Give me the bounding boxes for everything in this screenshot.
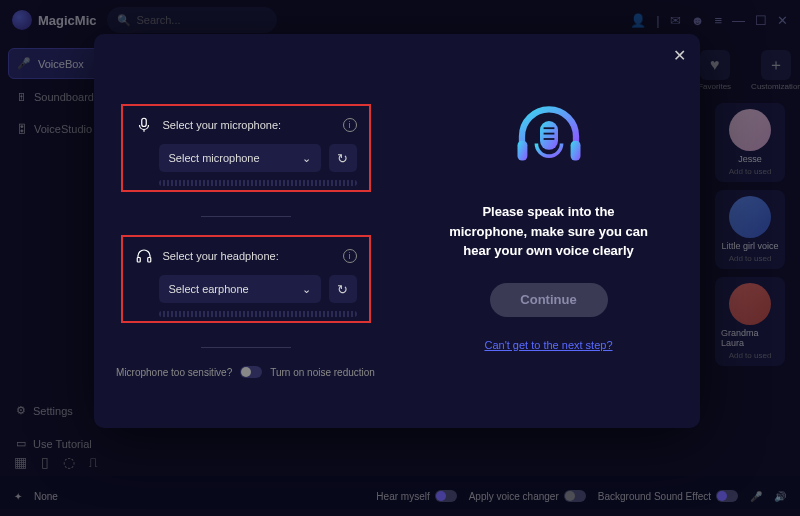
divider: | [656, 13, 659, 28]
noise-toggle-label: Turn on noise reduction [270, 367, 375, 378]
mic-icon [135, 116, 153, 134]
microphone-select[interactable]: Select microphone ⌄ [159, 144, 321, 172]
close-window-icon[interactable]: ✕ [777, 13, 788, 28]
chat-icon[interactable]: ◌ [63, 454, 75, 470]
soundboard-icon: 🎚 [16, 91, 27, 103]
info-icon[interactable]: i [343, 118, 357, 132]
avatar [729, 109, 771, 151]
sidebar-item-voicestudio[interactable]: 🎛 VoiceStudio [8, 115, 102, 143]
sidebar-item-label: Settings [33, 405, 73, 417]
mic-icon: 🎤 [17, 57, 31, 70]
right-rail: ♥ Favorites ＋ Customization Jesse Add to… [710, 50, 790, 460]
chevron-down-icon: ⌄ [302, 283, 311, 296]
bottom-bar: ✦ None Hear myself Apply voice changer B… [0, 476, 800, 516]
info-icon[interactable]: i [343, 249, 357, 263]
phone-icon[interactable]: ▯ [41, 454, 49, 470]
svg-rect-3 [517, 141, 527, 161]
mail-icon[interactable]: ✉ [670, 13, 681, 28]
apply-changer-toggle[interactable]: Apply voice changer [469, 490, 586, 502]
switch-icon [564, 490, 586, 502]
hp-level-meter [159, 311, 357, 317]
customization-label: Customization [751, 82, 800, 91]
mic-headset-illustration [504, 94, 594, 184]
sidebar-item-voicebox[interactable]: 🎤 VoiceBox [8, 48, 102, 79]
star-icon[interactable]: ✦ [14, 491, 22, 502]
lower-icon-row: ▦ ▯ ◌ ⎍ [14, 454, 97, 470]
setup-modal: ✕ Select your microphone: i Select micro… [94, 34, 700, 428]
speaker-icon[interactable]: 🔊 [774, 491, 786, 502]
voice-card[interactable]: Little girl voice Add to used [715, 190, 785, 269]
app-name: MagicMic [38, 13, 97, 28]
toggle-label: Apply voice changer [469, 491, 559, 502]
customization-button[interactable]: ＋ [761, 50, 791, 80]
hear-myself-toggle[interactable]: Hear myself [376, 490, 456, 502]
search-icon: 🔍 [117, 14, 131, 27]
voice-card[interactable]: Jesse Add to used [715, 103, 785, 182]
noise-switch[interactable] [240, 366, 262, 378]
mic-level-meter [159, 180, 357, 186]
sidebar-item-settings[interactable]: ⚙ Settings [8, 396, 102, 425]
search-placeholder: Search... [137, 14, 181, 26]
chevron-down-icon: ⌄ [302, 152, 311, 165]
sidebar-item-soundboard[interactable]: 🎚 Soundboard [8, 83, 102, 111]
close-button[interactable]: ✕ [673, 46, 686, 65]
select-value: Select earphone [169, 283, 249, 295]
svg-rect-0 [141, 118, 146, 126]
svg-rect-1 [137, 258, 140, 263]
logo-icon [12, 10, 32, 30]
minimize-icon[interactable]: — [732, 13, 745, 28]
headphone-select[interactable]: Select earphone ⌄ [159, 275, 321, 303]
voice-add: Add to used [729, 167, 772, 176]
switch-icon [716, 490, 738, 502]
maximize-icon[interactable]: ☐ [755, 13, 767, 28]
sidebar-item-label: Use Tutorial [33, 438, 92, 450]
menu-icon[interactable]: ≡ [714, 13, 722, 28]
user-icon[interactable]: 👤 [630, 13, 646, 28]
voice-add: Add to used [729, 254, 772, 263]
app-logo: MagicMic [12, 10, 97, 30]
noise-reduction-row: Microphone too sensitive? Turn on noise … [116, 366, 375, 378]
tutorial-icon: ▭ [16, 437, 26, 450]
avatar [729, 196, 771, 238]
top-right-icons: 👤 | ✉ ☻ ≡ — ☐ ✕ [630, 13, 788, 28]
refresh-hp-button[interactable]: ↻ [329, 275, 357, 303]
help-link[interactable]: Can't get to the next step? [484, 339, 612, 351]
voice-card[interactable]: Grandma Laura Add to used [715, 277, 785, 366]
favorites-button[interactable]: ♥ [700, 50, 730, 80]
preset-name: None [34, 491, 58, 502]
divider [201, 216, 291, 217]
headphone-section: Select your headphone: i Select earphone… [121, 235, 371, 323]
mic-label: Select your microphone: [163, 119, 282, 131]
toggle-label: Background Sound Effect [598, 491, 711, 502]
search-input[interactable]: 🔍 Search... [107, 7, 277, 33]
headphone-icon [135, 247, 153, 265]
voice-add: Add to used [729, 351, 772, 360]
divider [201, 347, 291, 348]
voice-name: Little girl voice [721, 241, 778, 251]
headphone-label: Select your headphone: [163, 250, 279, 262]
svg-rect-5 [540, 121, 558, 150]
switch-icon [435, 490, 457, 502]
continue-button[interactable]: Continue [490, 283, 608, 317]
bg-sound-toggle[interactable]: Background Sound Effect [598, 490, 738, 502]
select-value: Select microphone [169, 152, 260, 164]
toggle-label: Hear myself [376, 491, 429, 502]
svg-rect-2 [147, 258, 150, 263]
modal-left: Select your microphone: i Select microph… [94, 34, 397, 428]
mic-icon[interactable]: 🎤 [750, 491, 762, 502]
instruction-text: Please speak into the microphone, make s… [449, 202, 649, 261]
voice-name: Jesse [738, 154, 762, 164]
discord-icon[interactable]: ☻ [691, 13, 705, 28]
noise-question: Microphone too sensitive? [116, 367, 232, 378]
sidebar-item-label: Soundboard [34, 91, 94, 103]
favorites-label: Favorites [698, 82, 731, 91]
refresh-mic-button[interactable]: ↻ [329, 144, 357, 172]
calendar-icon[interactable]: ▦ [14, 454, 27, 470]
sidebar-item-label: VoiceStudio [34, 123, 92, 135]
microphone-section: Select your microphone: i Select microph… [121, 104, 371, 192]
gear-icon: ⚙ [16, 404, 26, 417]
mic-small-icon[interactable]: ⎍ [89, 454, 97, 470]
voicestudio-icon: 🎛 [16, 123, 27, 135]
voice-name: Grandma Laura [721, 328, 779, 348]
sidebar-item-label: VoiceBox [38, 58, 84, 70]
